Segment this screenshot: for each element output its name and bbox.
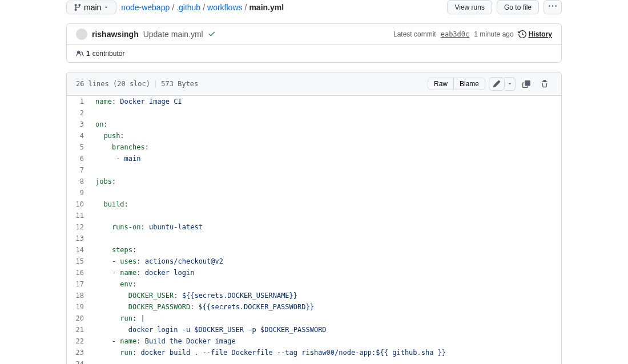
code-line: 3on: xyxy=(67,119,561,130)
line-content: steps: xyxy=(90,244,561,256)
line-content: env: xyxy=(90,278,561,290)
branch-name: main xyxy=(84,3,101,12)
code-line: 21 docker login -u $DOCKER_USER -p $DOCK… xyxy=(67,324,561,335)
file-info: 26 lines (20 sloc)|573 Bytes xyxy=(76,80,198,88)
line-number[interactable]: 15 xyxy=(67,256,90,267)
blame-button[interactable]: Blame xyxy=(454,78,485,90)
chevron-down-icon xyxy=(507,80,513,88)
code-line: 11 xyxy=(67,210,561,221)
contributors-row[interactable]: 1 contributor xyxy=(67,45,561,62)
line-number[interactable]: 23 xyxy=(67,347,90,358)
line-number[interactable]: 2 xyxy=(67,107,90,119)
code-line: 12 runs-on: ubuntu-latest xyxy=(67,221,561,233)
delete-button[interactable] xyxy=(537,78,552,90)
line-number[interactable]: 12 xyxy=(67,221,90,233)
edit-button[interactable] xyxy=(489,77,505,91)
code-line: 1name: Docker Image CI xyxy=(67,96,561,107)
code-line: 8jobs: xyxy=(67,176,561,187)
code-line: 15 - uses: actions/checkout@v2 xyxy=(67,256,561,267)
trash-icon xyxy=(541,80,549,88)
code-line: 22 - name: Build the Docker image xyxy=(67,335,561,347)
line-number[interactable]: 5 xyxy=(67,141,90,153)
latest-commit-label: Latest commit xyxy=(393,30,436,38)
line-number[interactable]: 18 xyxy=(67,290,90,301)
line-number[interactable]: 7 xyxy=(67,164,90,176)
line-content xyxy=(90,358,561,364)
line-number[interactable]: 1 xyxy=(67,96,90,107)
line-number[interactable]: 22 xyxy=(67,335,90,347)
code-line: 19 DOCKER_PASSWORD: ${{secrets.DOCKER_PA… xyxy=(67,301,561,313)
line-content xyxy=(90,187,561,199)
line-content: on: xyxy=(90,119,561,130)
line-content xyxy=(90,210,561,221)
line-content: runs-on: ubuntu-latest xyxy=(90,221,561,233)
edit-dropdown-button[interactable] xyxy=(505,77,516,91)
line-content: run: docker build . --file Dockerfile --… xyxy=(90,347,561,358)
code-line: 6 - main xyxy=(67,153,561,164)
line-number[interactable]: 10 xyxy=(67,199,90,210)
code-line: 17 env: xyxy=(67,278,561,290)
history-link[interactable]: History xyxy=(518,30,552,38)
copy-icon xyxy=(522,80,530,88)
copy-button[interactable] xyxy=(519,78,534,90)
breadcrumb-github[interactable]: .github xyxy=(176,3,200,12)
commit-sha[interactable]: eab3d0c xyxy=(441,30,470,38)
check-icon[interactable] xyxy=(208,30,216,39)
line-content: push: xyxy=(90,130,561,141)
line-content: build: xyxy=(90,199,561,210)
line-number[interactable]: 3 xyxy=(67,119,90,130)
people-icon xyxy=(76,50,84,58)
line-number[interactable]: 4 xyxy=(67,130,90,141)
line-number[interactable]: 6 xyxy=(67,153,90,164)
breadcrumb-main-yml: main.yml xyxy=(249,3,284,12)
line-number[interactable]: 9 xyxy=(67,187,90,199)
line-content: - name: docker login xyxy=(90,267,561,278)
line-number[interactable]: 8 xyxy=(67,176,90,187)
line-number[interactable]: 11 xyxy=(67,210,90,221)
view-runs-button[interactable]: View runs xyxy=(447,0,492,14)
commit-author[interactable]: rishawsingh xyxy=(92,30,139,39)
breadcrumb: node-webapp/.github/workflows/main.yml xyxy=(121,3,284,12)
go-to-file-button[interactable]: Go to file xyxy=(497,0,539,14)
more-options-button[interactable] xyxy=(544,0,562,14)
code-line: 13 xyxy=(67,233,561,244)
code-line: 5 branches: xyxy=(67,141,561,153)
contributor-label: contributor xyxy=(92,50,125,58)
code-line: 16 - name: docker login xyxy=(67,267,561,278)
code-line: 14 steps: xyxy=(67,244,561,256)
code-line: 24 xyxy=(67,358,561,364)
breadcrumb-workflows[interactable]: workflows xyxy=(207,3,242,12)
line-number[interactable]: 17 xyxy=(67,278,90,290)
git-branch-icon xyxy=(74,3,82,11)
line-number[interactable]: 19 xyxy=(67,301,90,313)
raw-button[interactable]: Raw xyxy=(428,78,454,90)
history-icon xyxy=(518,30,526,38)
line-number[interactable]: 16 xyxy=(67,267,90,278)
line-number[interactable]: 24 xyxy=(67,358,90,364)
code-content: 1name: Docker Image CI23on:4 push:5 bran… xyxy=(67,96,561,364)
line-number[interactable]: 14 xyxy=(67,244,90,256)
line-content xyxy=(90,233,561,244)
line-content: branches: xyxy=(90,141,561,153)
line-content xyxy=(90,164,561,176)
pencil-icon xyxy=(493,80,501,88)
code-line: 18 DOCKER_USER: ${{secrets.DOCKER_USERNA… xyxy=(67,290,561,301)
line-number[interactable]: 20 xyxy=(67,313,90,324)
line-number[interactable]: 13 xyxy=(67,233,90,244)
chevron-down-icon xyxy=(103,3,109,11)
line-content: jobs: xyxy=(90,176,561,187)
code-line: 23 run: docker build . --file Dockerfile… xyxy=(67,347,561,358)
commit-message[interactable]: Update main.yml xyxy=(143,30,203,39)
line-number[interactable]: 21 xyxy=(67,324,90,335)
line-content: - name: Build the Docker image xyxy=(90,335,561,347)
commit-time: 1 minute ago xyxy=(474,30,513,38)
avatar[interactable] xyxy=(76,29,87,40)
line-content: DOCKER_PASSWORD: ${{secrets.DOCKER_PASSW… xyxy=(90,301,561,313)
line-content: - main xyxy=(90,153,561,164)
code-line: 10 build: xyxy=(67,199,561,210)
breadcrumb-node-webapp[interactable]: node-webapp xyxy=(121,3,170,12)
code-line: 9 xyxy=(67,187,561,199)
line-content: run: | xyxy=(90,313,561,324)
branch-selector[interactable]: main xyxy=(66,1,116,14)
code-line: 4 push: xyxy=(67,130,561,141)
